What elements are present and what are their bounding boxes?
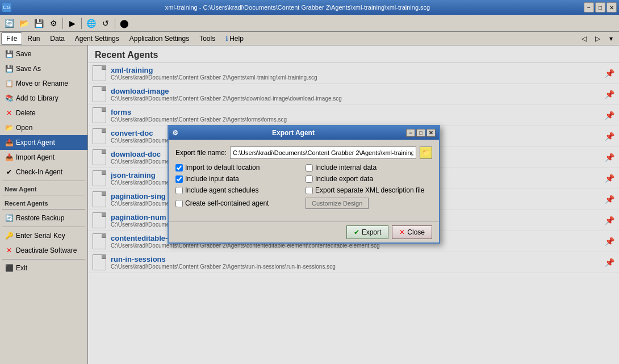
check-self-contained-label: Create self-contained agent bbox=[185, 199, 269, 207]
menu-help[interactable]: ℹ Help bbox=[220, 32, 249, 45]
dialog-title-icon: ⚙ bbox=[172, 129, 178, 137]
delete-icon: ✕ bbox=[5, 108, 14, 118]
export-button[interactable]: ✔ Export bbox=[346, 225, 389, 239]
nav-forward-icon[interactable]: ▷ bbox=[591, 32, 604, 45]
dialog-maximize-btn[interactable]: □ bbox=[416, 129, 425, 137]
dialog-title-text: Export Agent bbox=[272, 129, 315, 137]
check-separate-xml-label: Export separate XML description file bbox=[315, 186, 424, 194]
sidebar-divider-2 bbox=[2, 195, 85, 195]
sidebar-item-delete[interactable]: ✕ Delete bbox=[0, 106, 87, 120]
check-export-data-label: Include export data bbox=[315, 175, 373, 183]
check-separate-xml-input[interactable] bbox=[306, 187, 313, 194]
move-icon: 📋 bbox=[5, 79, 14, 88]
dialog-body: Export file name: 📁 Import to default lo… bbox=[169, 140, 439, 221]
check-include-input[interactable]: Include input data bbox=[175, 175, 302, 183]
check-import-default-input[interactable] bbox=[175, 164, 183, 171]
save-icon: 💾 bbox=[5, 49, 14, 58]
export-dialog: ⚙ Export Agent − □ ✕ Export file name: 📁 bbox=[168, 125, 440, 244]
filename-label: Export file name: bbox=[175, 149, 227, 157]
checkboxes-grid: Import to default location Include inter… bbox=[175, 164, 432, 209]
library-icon: 📚 bbox=[5, 94, 14, 103]
check-agent-schedules[interactable]: Include agent schedules bbox=[175, 186, 302, 194]
toolbar-settings-icon[interactable]: ⚙ bbox=[47, 16, 60, 30]
toolbar-separator-2 bbox=[81, 18, 82, 29]
filename-input[interactable] bbox=[230, 147, 416, 159]
restore-icon: 🔄 bbox=[5, 214, 14, 223]
nav-dropdown-icon[interactable]: ▾ bbox=[604, 32, 618, 45]
content-area: Recent Agents xml-training C:\Users\krad… bbox=[88, 45, 619, 364]
menu-tools[interactable]: Tools bbox=[194, 32, 220, 45]
check-internal-data-input[interactable] bbox=[306, 164, 313, 171]
close-dialog-button[interactable]: ✕ Close bbox=[392, 225, 432, 239]
check-internal-data[interactable]: Include internal data bbox=[306, 164, 432, 171]
sidebar-divider-3 bbox=[2, 209, 85, 210]
dialog-footer: ✔ Export ✕ Close bbox=[169, 221, 439, 242]
menu-agent-settings[interactable]: Agent Settings bbox=[70, 32, 124, 45]
dialog-title-bar: ⚙ Export Agent − □ ✕ bbox=[169, 126, 439, 140]
export-check-icon: ✔ bbox=[354, 228, 359, 236]
sidebar-item-deactivate[interactable]: ✕ Deactivate Software bbox=[0, 243, 87, 258]
sidebar-item-move-rename[interactable]: 📋 Move or Rename bbox=[0, 76, 87, 91]
menu-application-settings[interactable]: Application Settings bbox=[124, 32, 194, 45]
checkin-icon: ✔ bbox=[5, 168, 14, 177]
check-import-default[interactable]: Import to default location bbox=[175, 164, 302, 171]
check-export-data-input[interactable] bbox=[306, 175, 313, 183]
sidebar-divider-1 bbox=[2, 181, 85, 181]
nav-back-icon[interactable]: ◁ bbox=[577, 32, 591, 45]
dialog-minimize-btn[interactable]: − bbox=[406, 129, 415, 137]
toolbar-open-icon[interactable]: 📂 bbox=[17, 16, 31, 30]
title-bar-left: CG bbox=[2, 3, 11, 12]
maximize-button[interactable]: □ bbox=[595, 2, 605, 12]
title-bar: CG xml-training - C:\Users\kradi\Documen… bbox=[0, 0, 619, 15]
sidebar-item-serial[interactable]: 🔑 Enter Serial Key bbox=[0, 228, 87, 243]
sidebar-item-exit[interactable]: ⬛ Exit bbox=[0, 261, 87, 275]
sidebar-item-save-as[interactable]: 💾 Save As bbox=[0, 61, 87, 76]
check-self-contained-input[interactable] bbox=[175, 200, 183, 207]
check-self-contained[interactable]: Create self-contained agent bbox=[175, 198, 302, 209]
menu-run[interactable]: Run bbox=[22, 32, 45, 45]
toolbar: 🔄 📂 💾 ⚙ ▶ 🌐 ↺ ⬤ bbox=[0, 15, 619, 32]
menu-file[interactable]: File bbox=[1, 32, 22, 45]
main-layout: 💾 Save 💾 Save As 📋 Move or Rename 📚 Add … bbox=[0, 45, 619, 364]
help-icon: ℹ bbox=[225, 35, 228, 43]
sidebar-item-import[interactable]: 📥 Import Agent bbox=[0, 150, 87, 165]
key-icon: 🔑 bbox=[5, 231, 14, 240]
check-agent-schedules-input[interactable] bbox=[175, 187, 183, 194]
minimize-button[interactable]: − bbox=[584, 2, 594, 12]
exit-icon: ⬛ bbox=[5, 263, 14, 273]
dialog-close-btn[interactable]: ✕ bbox=[426, 129, 436, 137]
window-title: xml-training - C:\Users\kradi\Documents\… bbox=[11, 4, 584, 11]
sidebar-divider-5 bbox=[2, 259, 85, 260]
check-include-input-input[interactable] bbox=[175, 175, 183, 183]
toolbar-separator-3 bbox=[115, 18, 115, 29]
toolbar-refresh-icon[interactable]: ↺ bbox=[99, 16, 112, 30]
sidebar-item-save[interactable]: 💾 Save bbox=[0, 47, 87, 61]
toolbar-circle-icon[interactable]: ⬤ bbox=[118, 16, 131, 30]
menu-bar: File Run Data Agent Settings Application… bbox=[0, 32, 619, 45]
check-agent-schedules-label: Include agent schedules bbox=[185, 186, 258, 194]
toolbar-save-icon[interactable]: 💾 bbox=[32, 16, 45, 30]
check-internal-data-label: Include internal data bbox=[315, 164, 377, 171]
sidebar-item-export[interactable]: 📤 Export Agent bbox=[0, 135, 87, 150]
app-icon: CG bbox=[2, 3, 11, 12]
check-separate-xml[interactable]: Export separate XML description file bbox=[306, 186, 432, 194]
browse-button[interactable]: 📁 bbox=[420, 147, 432, 159]
sidebar-section-new: New Agent bbox=[0, 182, 87, 194]
toolbar-globe-icon[interactable]: 🌐 bbox=[84, 16, 98, 30]
close-button[interactable]: ✕ bbox=[607, 2, 617, 12]
customize-design-button[interactable]: Customize Design bbox=[306, 198, 369, 209]
import-icon: 📥 bbox=[5, 153, 14, 162]
sidebar-item-add-library[interactable]: 📚 Add to Library bbox=[0, 91, 87, 106]
sidebar-item-open[interactable]: 📂 Open bbox=[0, 120, 87, 135]
open-icon: 📂 bbox=[5, 123, 14, 132]
sidebar-divider-4 bbox=[2, 227, 85, 227]
sidebar-item-restore[interactable]: 🔄 Restore Backup bbox=[0, 211, 87, 225]
check-export-data[interactable]: Include export data bbox=[306, 175, 432, 183]
check-include-input-label: Include input data bbox=[185, 175, 239, 183]
sidebar-item-checkin[interactable]: ✔ Check-In Agent bbox=[0, 165, 87, 179]
menu-data[interactable]: Data bbox=[45, 32, 69, 45]
close-x-icon: ✕ bbox=[399, 228, 405, 236]
toolbar-new-icon[interactable]: 🔄 bbox=[2, 16, 16, 30]
filename-row: Export file name: 📁 bbox=[175, 147, 432, 159]
toolbar-play-icon[interactable]: ▶ bbox=[65, 16, 79, 30]
